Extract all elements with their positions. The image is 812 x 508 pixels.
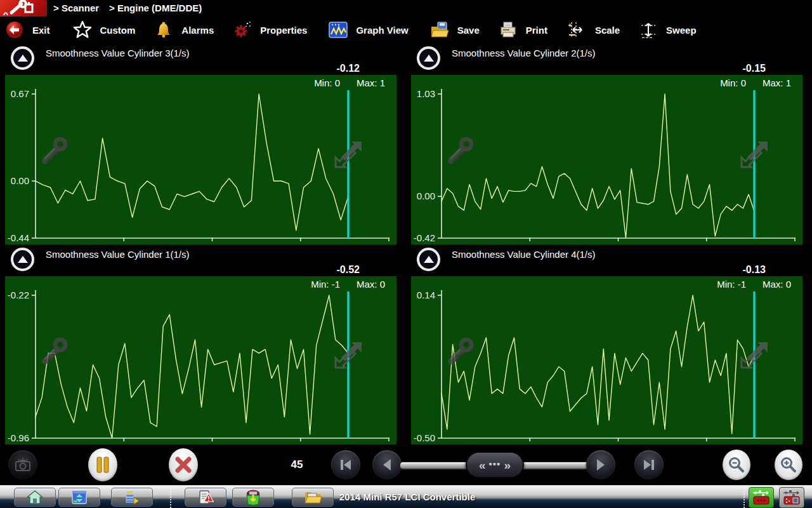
right-arrow-icon (593, 457, 608, 472)
magnifier-minus-icon (728, 456, 745, 474)
pause-icon (96, 457, 110, 473)
print-label: Print (526, 25, 547, 36)
exit-button[interactable]: Exit (5, 18, 50, 42)
chart-title: Smoothness Value Cylinder 4(1/s) (452, 249, 596, 260)
expand-graph-icon[interactable] (738, 338, 771, 374)
svg-text:-0.50: -0.50 (414, 432, 435, 443)
handle-left-chevrons: « (479, 459, 486, 471)
chart-panel-cylinder-2: Smoothness Value Cylinder 2(1/s) -0.15 M… (411, 43, 802, 244)
exit-arrow-icon (5, 20, 24, 39)
sweep-label: Sweep (666, 25, 697, 36)
playback-bar: 45 « ••• » (0, 444, 812, 485)
max-label: Max: 0 (357, 279, 385, 290)
custom-label: Custom (100, 25, 136, 36)
collapse-chart-button[interactable] (11, 248, 34, 271)
star-icon (73, 20, 92, 39)
bell-icon (154, 20, 173, 39)
step-back-button[interactable] (372, 450, 402, 479)
zoom-out-button[interactable] (723, 450, 750, 480)
snapshot-button[interactable] (8, 450, 37, 479)
print-button[interactable]: Print (499, 18, 547, 42)
min-label: Min: 0 (314, 77, 340, 88)
vehicle-id-button[interactable] (232, 488, 274, 507)
chart-current-value: -0.15 (743, 63, 766, 74)
expand-graph-icon[interactable] (332, 338, 365, 374)
home-button[interactable] (14, 488, 56, 507)
chart-header: Smoothness Value Cylinder 3(1/s) -0.12 (5, 43, 396, 75)
chart-header: Smoothness Value Cylinder 2(1/s) -0.15 (411, 43, 802, 75)
waveform-plot[interactable]: Min: -1 Max: 0 0.14-0.50 (411, 276, 802, 444)
sweep-axis-icon (639, 20, 658, 39)
graph-icon (329, 20, 348, 39)
breadcrumb-bar: > Scanner > Engine (DME/DDE) (0, 0, 812, 17)
report-warning-icon (197, 490, 214, 505)
stop-button[interactable] (169, 448, 198, 481)
scale-label: Scale (595, 25, 620, 36)
sweep-button[interactable]: Sweep (639, 18, 697, 42)
max-label: Max: 1 (357, 77, 385, 88)
taskbar: 2014 Mini R57 LCI Convertible (0, 485, 812, 508)
breadcrumb-scanner[interactable]: > Scanner (53, 0, 99, 17)
chart-panel-cylinder-1: Smoothness Value Cylinder 1(1/s) -0.52 M… (5, 244, 396, 444)
properties-button[interactable]: Properties (233, 18, 307, 42)
camera-icon (13, 455, 32, 474)
frame-number: 45 (279, 450, 315, 479)
skip-start-icon (338, 457, 353, 472)
scale-axis-icon (568, 20, 587, 39)
alerts-report-button[interactable] (185, 488, 226, 507)
zoom-in-button[interactable] (775, 450, 802, 480)
data-window-icon (71, 490, 88, 505)
pause-button[interactable] (88, 448, 117, 481)
waveform-plot[interactable]: Min: 0 Max: 1 0.670.00-0.44 (5, 75, 396, 244)
breadcrumb-engine[interactable]: > Engine (DME/DDE) (109, 0, 202, 17)
chart-current-value: -0.13 (743, 264, 766, 276)
minmax-labels: Min: -1 Max: 0 (311, 279, 385, 290)
wrench-icon (38, 136, 70, 170)
save-button[interactable]: Save (430, 18, 480, 42)
svg-text:0.00: 0.00 (417, 190, 435, 201)
chart-header: Smoothness Value Cylinder 1(1/s) -0.52 (5, 244, 396, 276)
wrench-icon (444, 136, 476, 170)
scale-button[interactable]: Scale (568, 18, 620, 42)
scanner-data-button[interactable] (58, 488, 100, 507)
chart-title: Smoothness Value Cylinder 1(1/s) (46, 249, 190, 260)
skip-to-start-button[interactable] (331, 450, 360, 479)
step-forward-button[interactable] (586, 450, 615, 479)
svg-text:-0.44: -0.44 (8, 232, 29, 243)
skip-to-end-button[interactable] (634, 450, 664, 479)
custom-button[interactable]: Custom (73, 18, 136, 42)
collapse-chart-button[interactable] (417, 46, 440, 70)
graph-view-button[interactable]: Graph View (329, 18, 408, 42)
skip-end-icon (641, 457, 657, 472)
min-label: Min: -1 (717, 279, 746, 290)
collapse-chart-button[interactable] (11, 46, 34, 70)
charts-grid: Smoothness Value Cylinder 3(1/s) -0.12 M… (0, 43, 812, 444)
chart-panel-cylinder-3: Smoothness Value Cylinder 3(1/s) -0.12 M… (5, 43, 396, 244)
properties-label: Properties (260, 25, 307, 36)
graph-view-label: Graph View (356, 25, 408, 36)
waveform-plot[interactable]: Min: -1 Max: 0 -0.22-0.96 (5, 276, 396, 444)
left-arrow-icon (379, 457, 395, 472)
svg-text:0.67: 0.67 (11, 88, 29, 99)
max-label: Max: 0 (763, 279, 791, 290)
up-triangle-icon (424, 256, 434, 263)
minmax-labels: Min: 0 Max: 1 (314, 77, 385, 88)
expand-graph-icon[interactable] (332, 138, 365, 173)
expand-graph-icon[interactable] (738, 138, 771, 173)
waveform-plot[interactable]: Min: 0 Max: 1 1.030.00-0.42 (411, 75, 802, 244)
magnifier-plus-icon (780, 456, 797, 474)
up-triangle-icon (18, 55, 28, 62)
chart-panel-cylinder-4: Smoothness Value Cylinder 4(1/s) -0.13 M… (411, 244, 802, 444)
saved-data-folder-button[interactable] (292, 488, 334, 507)
save-folder-icon (430, 20, 449, 39)
minmax-labels: Min: 0 Max: 1 (720, 77, 791, 88)
chart-current-value: -0.12 (337, 63, 360, 74)
data-list-button[interactable] (111, 488, 153, 507)
collapse-chart-button[interactable] (417, 248, 440, 271)
alarms-label: Alarms (181, 25, 214, 36)
scanner-app-logo-icon (0, 0, 47, 17)
timeline-slider-handle[interactable]: « ••• » (466, 451, 524, 478)
alarms-button[interactable]: Alarms (154, 18, 214, 42)
svg-text:-0.42: -0.42 (414, 232, 435, 243)
chart-title: Smoothness Value Cylinder 3(1/s) (46, 48, 190, 58)
